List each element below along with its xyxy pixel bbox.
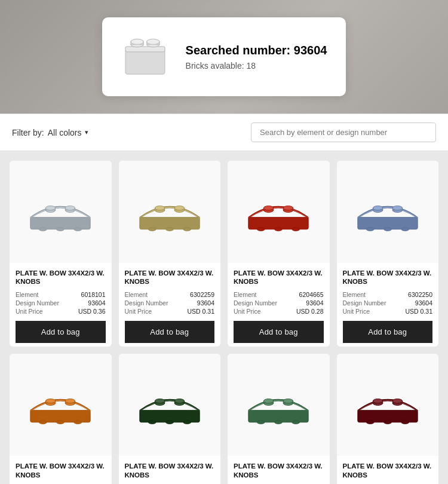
product-card: PLATE W. BOW 3X4X2/3 W. KNOBS Element 62… — [337, 354, 439, 484]
design-label: Design Number — [234, 299, 277, 307]
svg-point-26 — [165, 228, 173, 231]
svg-point-71 — [264, 399, 274, 403]
svg-point-35 — [257, 228, 265, 231]
price-label: Unit Price — [343, 308, 370, 315]
svg-point-51 — [46, 399, 56, 403]
svg-point-81 — [373, 399, 382, 403]
product-price-row: Unit Price USD 0.31 — [125, 308, 215, 315]
bow-brick-svg — [27, 190, 93, 234]
svg-point-54 — [65, 399, 75, 403]
svg-point-47 — [401, 228, 409, 231]
svg-point-31 — [264, 206, 274, 210]
svg-point-6 — [131, 39, 143, 44]
design-value: 93604 — [197, 299, 214, 307]
svg-point-86 — [383, 421, 391, 424]
svg-point-27 — [183, 228, 191, 231]
svg-point-56 — [57, 421, 65, 424]
bow-brick-svg — [246, 383, 311, 427]
product-design-row: Design Number 93604 — [234, 299, 324, 307]
svg-point-77 — [292, 421, 300, 424]
product-design-row: Design Number 93604 — [343, 299, 433, 307]
svg-point-66 — [165, 421, 173, 424]
product-name: PLATE W. BOW 3X4X2/3 W. KNOBS — [125, 462, 215, 480]
product-image — [337, 161, 439, 263]
product-info: PLATE W. BOW 3X4X2/3 W. KNOBS Element 60… — [119, 456, 221, 484]
svg-point-75 — [257, 421, 265, 424]
product-element-row: Element 6302259 — [125, 291, 215, 298]
bow-brick-svg — [27, 383, 93, 427]
bow-brick-svg — [137, 383, 202, 427]
product-design-row: Design Number 93604 — [125, 299, 215, 307]
product-element-row: Element 6302250 — [343, 291, 433, 298]
product-name: PLATE W. BOW 3X4X2/3 W. KNOBS — [234, 462, 324, 480]
element-value: 6302259 — [190, 291, 214, 298]
price-value: USD 0.31 — [405, 308, 432, 315]
svg-point-64 — [174, 399, 184, 403]
design-value: 93604 — [88, 299, 105, 307]
svg-point-44 — [392, 206, 402, 210]
bow-brick-svg — [355, 190, 421, 234]
design-value: 93604 — [415, 299, 432, 307]
svg-point-34 — [283, 206, 293, 210]
product-card: PLATE W. BOW 3X4X2/3 W. KNOBS Element 63… — [10, 354, 112, 484]
chevron-down-icon: ▾ — [85, 128, 88, 136]
element-label: Element — [234, 291, 257, 298]
design-value: 93604 — [306, 299, 323, 307]
element-label: Element — [343, 291, 366, 298]
color-filter-dropdown[interactable]: All colors ▾ — [48, 128, 89, 137]
price-label: Unit Price — [125, 308, 152, 315]
svg-point-25 — [148, 228, 156, 231]
product-card: PLATE W. BOW 3X4X2/3 W. KNOBS Element 63… — [119, 161, 221, 347]
svg-point-16 — [57, 228, 65, 231]
add-to-bag-button[interactable]: Add to bag — [16, 321, 106, 343]
svg-point-76 — [275, 421, 283, 424]
svg-point-46 — [383, 228, 391, 231]
price-label: Unit Price — [16, 308, 43, 315]
product-name: PLATE W. BOW 3X4X2/3 W. KNOBS — [16, 269, 106, 287]
product-card: PLATE W. BOW 3X4X2/3 W. KNOBS Element 63… — [337, 161, 439, 347]
product-card: PLATE W. BOW 3X4X2/3 W. KNOBS Element 60… — [119, 354, 221, 484]
bow-brick-svg — [246, 190, 311, 234]
add-to-bag-button[interactable]: Add to bag — [125, 321, 215, 343]
svg-point-24 — [174, 206, 184, 210]
svg-point-41 — [373, 206, 382, 210]
design-label: Design Number — [16, 299, 59, 307]
product-image — [228, 161, 330, 263]
design-label: Design Number — [125, 299, 168, 307]
price-value: USD 0.36 — [78, 308, 106, 315]
product-price-row: Unit Price USD 0.31 — [343, 308, 433, 315]
product-image — [10, 161, 112, 263]
bow-brick-svg — [137, 190, 202, 234]
element-label: Element — [125, 291, 148, 298]
search-input[interactable] — [251, 122, 436, 142]
svg-rect-1 — [125, 47, 165, 52]
svg-point-17 — [74, 228, 82, 231]
product-card: PLATE W. BOW 3X4X2/3 W. KNOBS Element 60… — [228, 354, 330, 484]
product-info: PLATE W. BOW 3X4X2/3 W. KNOBS Element 60… — [10, 263, 112, 347]
svg-rect-0 — [125, 48, 165, 74]
element-value: 6018101 — [81, 291, 106, 298]
svg-point-74 — [283, 399, 293, 403]
hero-title: Searched number: 93604 — [186, 44, 327, 57]
hero-subtitle: Bricks avalable: 18 — [186, 61, 327, 71]
add-to-bag-button[interactable]: Add to bag — [234, 321, 324, 343]
svg-point-55 — [39, 421, 47, 424]
product-image — [10, 354, 112, 456]
lego-brick-icon — [121, 32, 169, 82]
filter-bar: Filter by: All colors ▾ — [0, 114, 448, 151]
price-label: Unit Price — [234, 308, 261, 315]
svg-point-15 — [39, 228, 47, 231]
svg-point-14 — [65, 206, 75, 210]
svg-point-61 — [155, 399, 164, 403]
hero-card: Searched number: 93604 Bricks avalable: … — [102, 17, 346, 96]
svg-point-65 — [148, 421, 156, 424]
product-image — [228, 354, 330, 456]
product-design-row: Design Number 93604 — [16, 299, 106, 307]
product-info: PLATE W. BOW 3X4X2/3 W. KNOBS Element 60… — [228, 456, 330, 484]
add-to-bag-button[interactable]: Add to bag — [343, 321, 433, 343]
product-info: PLATE W. BOW 3X4X2/3 W. KNOBS Element 62… — [337, 456, 439, 484]
svg-point-37 — [292, 228, 300, 231]
svg-point-85 — [366, 421, 374, 424]
product-name: PLATE W. BOW 3X4X2/3 W. KNOBS — [234, 269, 324, 287]
product-info: PLATE W. BOW 3X4X2/3 W. KNOBS Element 62… — [228, 263, 330, 347]
